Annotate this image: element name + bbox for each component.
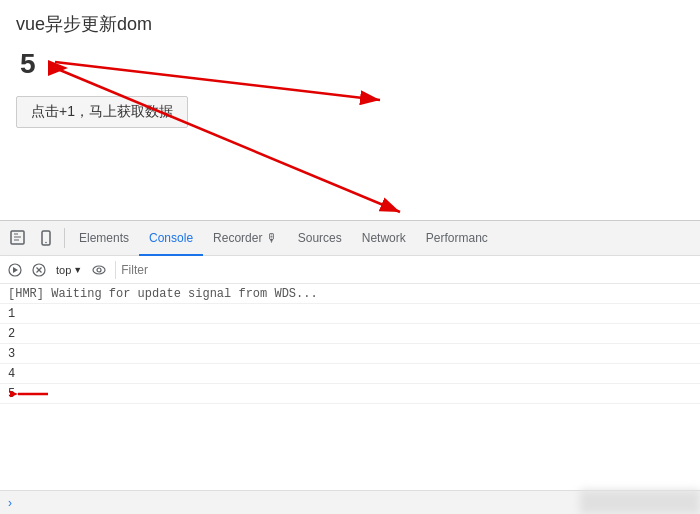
inspect-icon[interactable] [8,228,28,248]
tab-recorder[interactable]: Recorder 🎙 [203,221,288,256]
console-line-2: 2 [0,324,700,344]
svg-line-2 [55,68,400,212]
device-icon[interactable] [36,228,56,248]
blurred-status [580,490,700,514]
stop-button[interactable] [28,259,50,281]
play-button[interactable] [4,259,26,281]
svg-point-13 [93,266,105,274]
tab-elements[interactable]: Elements [69,221,139,256]
tab-performance[interactable]: Performanc [416,221,498,256]
toolbar-divider [115,261,116,279]
console-output: [HMR] Waiting for update signal from WDS… [0,284,700,490]
console-line-4: 4 [0,364,700,384]
top-content-area: vue异步更新dom 5 点击+1，马上获取数据 [0,0,700,220]
console-line-5: 5 [0,384,700,404]
console-line-1: 1 [0,304,700,324]
tab-console[interactable]: Console [139,221,203,256]
context-dropdown[interactable]: top ▼ [52,262,86,278]
dropdown-arrow-icon: ▼ [73,265,82,275]
devtools-bottombar: › [0,490,700,514]
svg-point-14 [97,268,101,272]
svg-marker-9 [13,267,18,273]
tab-network[interactable]: Network [352,221,416,256]
increment-button[interactable]: 点击+1，马上获取数据 [16,96,188,128]
console-line-hmr: [HMR] Waiting for update signal from WDS… [0,284,700,304]
devtools-tabbar: Elements Console Recorder 🎙 Sources Netw… [0,221,700,256]
page-title: vue异步更新dom [16,12,684,36]
devtools-panel: Elements Console Recorder 🎙 Sources Netw… [0,220,700,514]
topbar-separator [64,228,65,248]
eye-icon[interactable] [88,259,110,281]
prompt-chevron-icon[interactable]: › [8,496,12,510]
counter-display: 5 [20,48,684,80]
filter-input[interactable] [121,263,301,277]
console-line-3: 3 [0,344,700,364]
svg-point-7 [45,242,47,244]
tab-sources[interactable]: Sources [288,221,352,256]
devtools-toolbar: top ▼ [0,256,700,284]
